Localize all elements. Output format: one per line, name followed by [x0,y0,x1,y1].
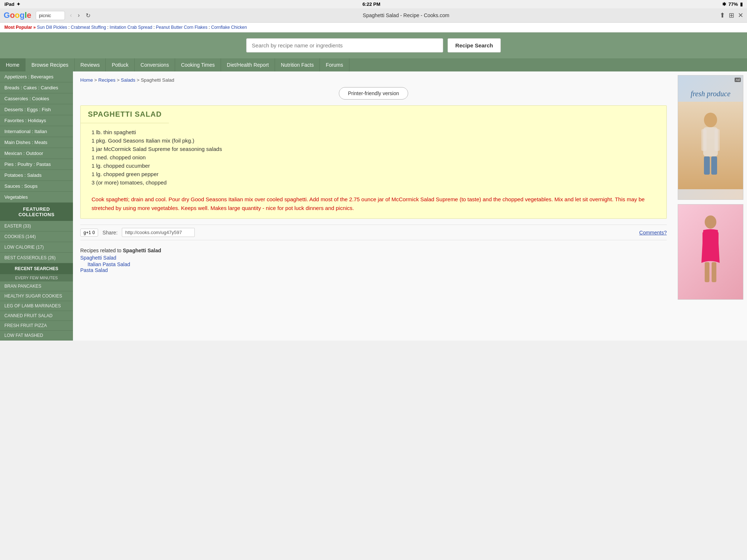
svg-point-0 [704,113,717,127]
sidebar-cat-pies[interactable]: Pies : Poultry : Pastas [0,159,73,170]
svg-rect-9 [705,262,709,282]
back-button[interactable]: ‹ [68,11,74,19]
battery-label: 77% [728,1,738,7]
most-popular-link-2[interactable]: Crabmeat Stuffing [71,25,106,30]
sidebar-cat-favorites[interactable]: Favorites : Holidays [0,115,73,126]
recipe-card: SPAGHETTI SALAD 1 lb. thin spaghetti 1 p… [80,105,667,219]
forward-button[interactable]: › [76,11,82,19]
ad-sidebar: Ad fresh produce [674,71,747,341]
wifi-icon: ✦ [16,1,20,7]
search-button[interactable]: Recipe Search [448,38,500,52]
ad-block-bottom[interactable] [678,204,743,300]
breadcrumb-recipes[interactable]: Recipes [98,77,116,83]
nav-nutrition[interactable]: Nutrition Facts [275,58,320,71]
search-input[interactable] [246,38,443,52]
sidebar-cat-sauces[interactable]: Sauces : Soups [0,181,73,192]
svg-rect-5 [711,156,717,175]
svg-rect-7 [703,232,706,252]
search-header: Recipe Search [0,32,747,58]
status-bar-left: iPad ✦ [4,1,20,7]
recipe-ingredients: 1 lb. thin spaghetti 1 pkg. Good Seasons… [81,123,666,194]
most-popular-link-1[interactable]: Sun Dill Pickles [37,25,67,30]
bluetooth-icon: ✱ [722,1,726,7]
status-bar-right: ✱ 77% ▮ [722,1,743,7]
recent-searches-title: RECENT SEARCHES [0,263,73,274]
main-layout: Appetizers : Beverages Breads : Cakes : … [0,71,747,341]
fresh-produce-text: fresh produce [687,86,734,102]
most-popular-link-4[interactable]: Peanut Butter Corn Flakes [156,25,207,30]
nav-bar: Home Browse Recipes Reviews Potluck Conv… [0,58,747,71]
ingredient-6: 1 lg. chopped green pepper [92,171,655,177]
collection-low-calorie[interactable]: LOW CALORIE (17) [0,242,73,253]
recent-bran-pancakes[interactable]: BRAN PANCAKES [0,281,73,291]
sidebar-cat-appetizers[interactable]: Appetizers : Beverages [0,71,73,82]
website: Most Popular » Sun Dill Pickles : Crabme… [0,23,747,341]
sidebar-cat-breads[interactable]: Breads : Cakes : Candies [0,82,73,93]
recent-low-fat[interactable]: LOW FAT MASHED [0,331,73,341]
nav-conversions[interactable]: Conversions [135,58,175,71]
close-icon[interactable]: ✕ [738,11,743,19]
svg-rect-8 [715,232,719,252]
breadcrumb-current: Spaghetti Salad [141,77,174,83]
recent-leg-of-lamb[interactable]: LEG OF LAMB MARINADES [0,301,73,311]
collection-easter[interactable]: EASTER (33) [0,221,73,232]
sidebar-cat-main-dishes[interactable]: Main Dishes : Meats [0,137,73,148]
sidebar: Appetizers : Beverages Breads : Cakes : … [0,71,73,341]
related-link-3[interactable]: Pasta Salad [80,267,667,273]
reload-button[interactable]: ↻ [84,11,93,20]
nav-browse[interactable]: Browse Recipes [26,58,74,71]
sidebar-cat-casseroles[interactable]: Casseroles : Cookies [0,93,73,104]
related-link-1[interactable]: Spaghetti Salad [80,255,667,261]
nav-home[interactable]: Home [0,58,26,71]
ad-block-top[interactable]: Ad fresh produce [678,75,743,200]
battery-icon: ▮ [740,1,743,7]
sidebar-cat-desserts[interactable]: Desserts : Eggs : Fish [0,104,73,115]
recent-canned-fruit[interactable]: CANNED FRUIT SALAD [0,311,73,321]
nav-buttons: ‹ › ↻ [68,11,93,20]
ingredient-5: 1 lg. chopped cucumber [92,163,655,169]
printer-friendly-button[interactable]: Printer-friendly version [339,87,408,100]
nav-diet-health[interactable]: Diet/Health Report [221,58,275,71]
nav-cooking-times[interactable]: Cooking Times [175,58,221,71]
sidebar-cat-potatoes[interactable]: Potatoes : Salads [0,170,73,181]
gplus-button[interactable]: g+1 0 [80,229,98,237]
share-icon[interactable]: ⬆ [720,11,725,19]
collection-best-casseroles[interactable]: BEST CASSEROLES (26) [0,253,73,263]
ingredient-3: 1 jar McCormick Salad Supreme for season… [92,146,655,152]
sidebar-cat-international[interactable]: International : Italian [0,126,73,137]
recipe-instructions: Cook spaghetti; drain and cool. Pour dry… [81,194,666,218]
ad-model-image-top [678,102,743,189]
ingredient-4: 1 med. chopped onion [92,154,655,160]
ad-badge: Ad [735,78,741,82]
sidebar-cat-mexican[interactable]: Mexican : Outdoor [0,148,73,159]
nav-reviews[interactable]: Reviews [75,58,106,71]
sidebar-cat-vegetables[interactable]: Vegetables [0,192,73,203]
most-popular-bar: Most Popular » Sun Dill Pickles : Crabme… [0,23,747,32]
recent-healthy-sugar[interactable]: HEALTHY SUGAR COOKIES [0,291,73,301]
collection-cookies[interactable]: COOKIES (144) [0,232,73,242]
svg-point-6 [705,215,716,229]
recent-searches-subtitle: EVERY FEW MINUTES [0,274,73,281]
status-bar: iPad ✦ 6:22 PM ✱ 77% ▮ [0,0,747,8]
url-bar[interactable] [36,11,65,20]
breadcrumb-salads[interactable]: Salads [121,77,135,83]
share-url-input[interactable] [122,228,195,237]
share-bar: g+1 0 Share: Comments? [80,225,667,240]
ipad-label: iPad [4,1,14,7]
status-bar-time: 6:22 PM [363,1,380,7]
related-link-2[interactable]: Italian Pasta Salad [88,261,130,267]
share-label: Share: [102,230,117,236]
breadcrumb: Home > Recipes > Salads > Spaghetti Sala… [80,77,667,83]
breadcrumb-home[interactable]: Home [80,77,93,83]
nav-forums[interactable]: Forums [320,58,349,71]
nav-potluck[interactable]: Potluck [106,58,135,71]
browser-chrome: Google ‹ › ↻ Spaghetti Salad - Recipe - … [0,8,747,23]
recent-fresh-fruit[interactable]: FRESH FRUIT PIZZA [0,321,73,331]
most-popular-link-5[interactable]: Cornflake Chicken [211,25,247,30]
tabs-icon[interactable]: ⊞ [729,11,734,19]
related-prefix: Recipes related to [80,248,123,253]
svg-rect-10 [712,262,716,282]
comments-link[interactable]: Comments? [639,230,667,236]
most-popular-link-3[interactable]: Imitation Crab Spread [110,25,152,30]
sidebar-categories: Appetizers : Beverages Breads : Cakes : … [0,71,73,203]
